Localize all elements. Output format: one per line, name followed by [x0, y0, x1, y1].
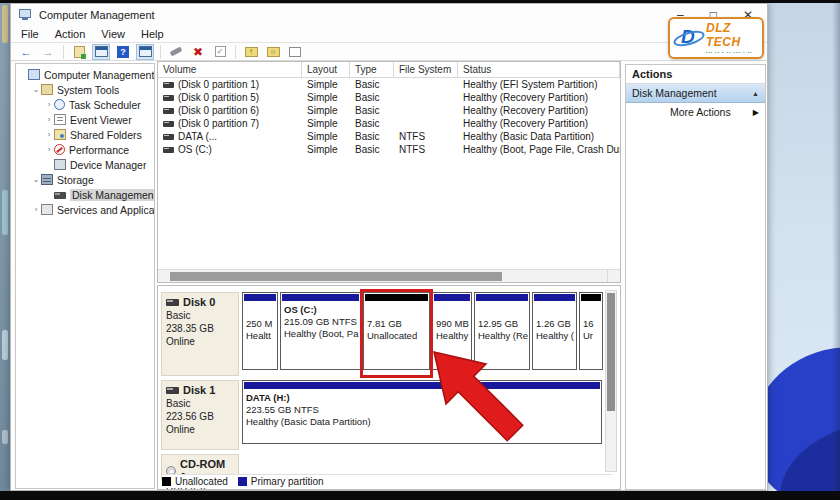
partition-strip: DATA (H:)223.55 GB NTFSHealthy (Basic Da…	[242, 380, 602, 450]
tree-item-label: Shared Folders	[70, 129, 142, 141]
volume-icon	[163, 134, 174, 140]
console-window-icon[interactable]	[92, 44, 110, 60]
background-app-edge	[0, 0, 10, 500]
type-cell: Basic	[350, 144, 394, 155]
status-cell: Healthy (Boot, Page File, Crash Dump, Ba…	[458, 144, 620, 155]
tree-item-storage[interactable]: ⌄Storage	[16, 172, 154, 187]
delete-icon[interactable]: ✖	[189, 44, 207, 60]
dlz-tech-logo: D DLZ TECH ▪▪▪ ▪▪ ▪ ▪▪ ▪▪▪ ▪ ▪▪	[668, 17, 764, 59]
type-cell: Basic	[350, 105, 394, 116]
legend-color-swatch	[238, 477, 247, 486]
partition-healthy-basic-data-partition-[interactable]: DATA (H:)223.55 GB NTFSHealthy (Basic Da…	[242, 380, 602, 444]
status-cell: Healthy (EFI System Partition)	[458, 79, 620, 90]
volume-row[interactable]: OS (C:)SimpleBasicNTFSHealthy (Boot, Pag…	[158, 143, 620, 156]
console-tree-icon[interactable]	[136, 44, 154, 60]
services-icon	[41, 204, 53, 215]
scrollbar-corner	[607, 270, 620, 283]
expander-icon[interactable]: ⌄	[31, 85, 41, 94]
expander-icon[interactable]: ›	[44, 130, 54, 139]
tree-item-task-scheduler[interactable]: ›Task Scheduler	[16, 97, 154, 112]
menu-item-action[interactable]: Action	[55, 28, 86, 40]
partition-type-stripe	[476, 294, 528, 301]
partition-healthy-boot-pa[interactable]: OS (C:)215.09 GB NTFSHealthy (Boot, Pa	[280, 292, 361, 370]
partition-ur[interactable]: 16Ur	[579, 292, 603, 370]
forward-icon[interactable]: →	[39, 44, 57, 60]
layout-cell: Simple	[302, 105, 350, 116]
computer-management-icon	[19, 9, 33, 21]
tree-item-device-manager[interactable]: Device Manager	[16, 157, 154, 172]
red-highlight-rectangle	[360, 289, 433, 378]
expander-icon[interactable]: ›	[44, 100, 54, 109]
collapse-icon[interactable]: ▲	[752, 90, 759, 97]
tree-item-disk-management[interactable]: Disk Management	[16, 187, 154, 202]
volume-row[interactable]: DATA (...SimpleBasicNTFSHealthy (Basic D…	[158, 130, 620, 143]
partition-line1: 1.26 GB	[536, 318, 575, 330]
volume-row[interactable]: (Disk 0 partition 6)SimpleBasicHealthy (…	[158, 104, 620, 117]
disk-kind: Basic	[166, 309, 234, 322]
volume-name: (Disk 0 partition 7)	[178, 118, 259, 129]
disk-label[interactable]: Disk 0Basic238.35 GBOnline	[161, 292, 239, 376]
vertical-scrollbar-thumb[interactable]	[607, 293, 615, 411]
properties-check-icon[interactable]: ✓	[211, 44, 229, 60]
volume-cell: (Disk 0 partition 7)	[158, 118, 302, 129]
partition-line1: 250 M	[246, 318, 276, 330]
partition-line2: Healthy (Rec	[478, 330, 528, 342]
folder-search-icon[interactable]: ○	[264, 44, 282, 60]
tree-item-event-viewer[interactable]: ›Event Viewer	[16, 112, 154, 127]
column-header-volume[interactable]: Volume	[158, 62, 302, 77]
window-outline-icon[interactable]	[286, 44, 304, 60]
partition-line1: 223.55 GB NTFS	[246, 404, 600, 416]
export-list-icon[interactable]	[70, 44, 88, 60]
tree-item-services-and-applications[interactable]: ›Services and Applications	[16, 202, 154, 217]
volume-icon	[163, 108, 174, 114]
sliver-block	[2, 330, 8, 360]
partition-line2: Healtt	[246, 330, 276, 342]
toolbar: ← → ? ✖ ✓ ↑ ○	[11, 42, 767, 61]
volume-row[interactable]: (Disk 0 partition 1)SimpleBasicHealthy (…	[158, 78, 620, 91]
tree-item-computer-management-local-[interactable]: Computer Management (Local)	[16, 67, 154, 82]
menu-item-file[interactable]: File	[21, 28, 39, 40]
more-actions-item[interactable]: More Actions ▶	[626, 103, 765, 121]
help-icon[interactable]: ?	[114, 44, 132, 60]
disk-name: Disk 0	[183, 296, 215, 309]
expander-icon[interactable]: ›	[31, 205, 41, 214]
column-header-layout[interactable]: Layout	[302, 62, 350, 77]
back-icon[interactable]: ←	[17, 44, 35, 60]
expander-icon[interactable]: ⌄	[31, 175, 41, 184]
volume-row[interactable]: (Disk 0 partition 7)SimpleBasicHealthy (…	[158, 117, 620, 130]
volume-icon	[163, 95, 174, 101]
column-header-status[interactable]: Status	[458, 62, 620, 77]
volume-row[interactable]: (Disk 0 partition 5)SimpleBasicHealthy (…	[158, 91, 620, 104]
partition-healtt[interactable]: 250 MHealtt	[242, 292, 278, 370]
disk-state: Online	[166, 423, 234, 436]
title-bar[interactable]: Computer Management – □ ✕	[11, 4, 767, 26]
tree-item-performance[interactable]: ›Performance	[16, 142, 154, 157]
disk-kind: Basic	[166, 397, 234, 410]
column-header-file-system[interactable]: File System	[394, 62, 458, 77]
disk-label[interactable]: Disk 1Basic223.56 GBOnline	[161, 380, 239, 450]
actions-group-disk-management[interactable]: Disk Management ▲	[626, 84, 765, 103]
vertical-scrollbar[interactable]	[605, 290, 617, 472]
tree-item-shared-folders[interactable]: ›Shared Folders	[16, 127, 154, 142]
tree-item-label: Device Manager	[70, 159, 146, 171]
disk-management-icon	[54, 192, 66, 199]
volume-name: (Disk 0 partition 5)	[178, 92, 259, 103]
menu-item-help[interactable]: Help	[141, 28, 164, 40]
partition-line2: Healthy (Boot, Pa	[284, 328, 359, 340]
menu-item-view[interactable]: View	[101, 28, 125, 40]
tree-item-system-tools[interactable]: ⌄System Tools	[16, 82, 154, 97]
window-title: Computer Management	[39, 9, 155, 21]
task-scheduler-icon	[54, 99, 65, 110]
horizontal-scrollbar[interactable]	[158, 269, 620, 282]
folder-up-icon[interactable]: ↑	[242, 44, 260, 60]
expander-icon[interactable]: ›	[44, 115, 54, 124]
frame-bottom-bar	[0, 491, 840, 500]
column-header-type[interactable]: Type	[350, 62, 394, 77]
layout-cell: Simple	[302, 79, 350, 90]
frame-top-bar	[0, 0, 840, 3]
partition-line2: Ur	[583, 330, 601, 342]
expander-icon[interactable]: ›	[44, 145, 54, 154]
action-tool-icon[interactable]	[167, 44, 185, 60]
partition-line2: Healthy (	[536, 330, 575, 342]
horizontal-scrollbar-thumb[interactable]	[170, 272, 502, 281]
